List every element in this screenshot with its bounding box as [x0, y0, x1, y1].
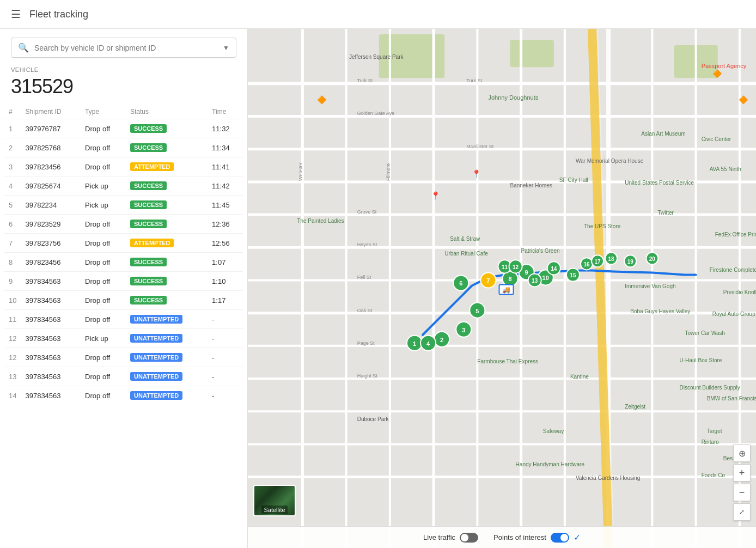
- map-pin-12: 12: [509, 260, 522, 273]
- svg-text:Farmhouse Thai Express: Farmhouse Thai Express: [477, 358, 538, 364]
- table-row[interactable]: 3 397823456 Drop off ATTEMPTED 11:41: [4, 157, 243, 176]
- zoom-in-button[interactable]: +: [733, 464, 751, 482]
- svg-text:8: 8: [508, 276, 511, 282]
- map-pin-3: 3: [456, 322, 471, 337]
- row-status: SUCCESS: [126, 196, 208, 215]
- svg-text:14: 14: [551, 266, 557, 272]
- svg-text:BMW of San Francisco: BMW of San Francisco: [707, 395, 756, 401]
- row-time: 11:45: [208, 196, 243, 215]
- row-type: Drop off: [81, 348, 126, 367]
- table-row[interactable]: 6 397823529 Drop off SUCCESS 12:36: [4, 215, 243, 234]
- svg-text:6: 6: [459, 280, 462, 287]
- location-icon[interactable]: ⊕: [733, 445, 751, 462]
- row-time: -: [208, 310, 243, 329]
- poi-label: Points of interest: [493, 533, 546, 541]
- svg-text:Safeway: Safeway: [543, 428, 564, 434]
- table-row[interactable]: 4 397825674 Pick up SUCCESS 11:42: [4, 176, 243, 196]
- row-type: Drop off: [81, 234, 126, 253]
- row-status: SUCCESS: [126, 176, 208, 196]
- satellite-thumbnail[interactable]: Satellite: [253, 485, 296, 516]
- svg-text:13: 13: [532, 278, 538, 284]
- svg-text:Presidio Knolls School: Presidio Knolls School: [723, 289, 756, 295]
- map-pin-15: 15: [566, 268, 580, 281]
- svg-text:🚚: 🚚: [502, 285, 511, 294]
- svg-text:12: 12: [513, 264, 519, 270]
- live-traffic-toggle[interactable]: [460, 533, 478, 543]
- svg-text:Oak St: Oak St: [357, 308, 373, 313]
- row-shipment-id: 397823529: [21, 215, 81, 234]
- app-header: ☰ Fleet tracking: [0, 0, 756, 29]
- row-type: Drop off: [81, 119, 126, 138]
- svg-text:Patricia's Green: Patricia's Green: [521, 248, 560, 254]
- shipment-table-wrapper: # Shipment ID Type Status Time 1 3979767…: [0, 105, 247, 405]
- row-num: 5: [4, 196, 21, 215]
- svg-text:AVA 55 Ninth: AVA 55 Ninth: [710, 166, 741, 172]
- row-num: 10: [4, 291, 21, 310]
- search-box[interactable]: 🔍 ▼: [11, 38, 236, 58]
- svg-text:United States Postal Service: United States Postal Service: [625, 180, 694, 186]
- svg-text:FedEx Office Print: FedEx Office Print: [715, 232, 756, 238]
- table-row[interactable]: 5 39782234 Pick up SUCCESS 11:45: [4, 196, 243, 215]
- map-pin-7: 7: [480, 272, 496, 288]
- row-time: 1:07: [208, 253, 243, 272]
- row-type: Pick up: [81, 329, 126, 348]
- map-pin-18: 18: [605, 252, 617, 264]
- row-status: UNATTEMPTED: [126, 367, 208, 386]
- svg-text:Foods Co: Foods Co: [702, 472, 725, 478]
- map-pin-20: 20: [646, 252, 658, 264]
- map-area: 1 2 3 4 5 6 7: [248, 29, 756, 548]
- row-status: ATTEMPTED: [126, 157, 208, 176]
- expand-icon[interactable]: ⤢: [733, 503, 751, 521]
- row-num: 1: [4, 119, 21, 138]
- table-row[interactable]: 8 397823456 Drop off SUCCESS 1:07: [4, 253, 243, 272]
- main-layout: 🔍 ▼ VEHICLE 315529 # Shipment ID Type St…: [0, 29, 756, 548]
- menu-icon[interactable]: ☰: [11, 8, 21, 21]
- row-time: -: [208, 386, 243, 405]
- table-row[interactable]: 10 397834563 Drop off SUCCESS 1:17: [4, 291, 243, 310]
- svg-text:7: 7: [486, 277, 490, 284]
- table-row[interactable]: 12 397834563 Drop off UNATTEMPTED -: [4, 348, 243, 367]
- row-type: Drop off: [81, 291, 126, 310]
- row-type: Drop off: [81, 138, 126, 157]
- svg-text:2: 2: [440, 337, 443, 343]
- svg-text:Hayes St: Hayes St: [357, 242, 377, 247]
- svg-text:15: 15: [570, 272, 576, 278]
- row-num: 8: [4, 253, 21, 272]
- table-row[interactable]: 2 397825768 Drop off SUCCESS 11:34: [4, 138, 243, 157]
- table-row[interactable]: 11 397834563 Drop off UNATTEMPTED -: [4, 310, 243, 329]
- dropdown-arrow-icon[interactable]: ▼: [223, 44, 229, 52]
- svg-text:Webster: Webster: [298, 162, 303, 180]
- search-input[interactable]: [34, 44, 223, 52]
- zoom-out-button[interactable]: −: [733, 484, 751, 501]
- svg-text:Urban Ritual Cafe: Urban Ritual Cafe: [444, 251, 488, 257]
- poi-check-icon: ✓: [574, 532, 581, 543]
- row-type: Drop off: [81, 367, 126, 386]
- svg-text:Tower Car Wash: Tower Car Wash: [685, 330, 725, 336]
- satellite-label: Satellite: [261, 506, 287, 514]
- search-icon: 🔍: [18, 42, 29, 53]
- row-num: 2: [4, 138, 21, 157]
- svg-text:Salt & Straw: Salt & Straw: [450, 236, 480, 242]
- svg-text:20: 20: [649, 256, 656, 262]
- svg-text:Grove St: Grove St: [357, 209, 377, 215]
- row-type: Drop off: [81, 386, 126, 405]
- table-row[interactable]: 9 397834563 Drop off SUCCESS 1:10: [4, 272, 243, 291]
- svg-text:Turk St: Turk St: [357, 78, 373, 83]
- map-pin-19: 19: [624, 255, 636, 267]
- table-row[interactable]: 7 397823756 Drop off ATTEMPTED 12:56: [4, 234, 243, 253]
- col-status: Status: [126, 105, 208, 119]
- table-row[interactable]: 1 397976787 Drop off SUCCESS 11:32: [4, 119, 243, 138]
- svg-text:Discount Builders Supply: Discount Builders Supply: [680, 385, 740, 391]
- poi-toggle[interactable]: [551, 533, 569, 543]
- svg-text:11: 11: [502, 264, 508, 270]
- table-row[interactable]: 13 397834563 Drop off UNATTEMPTED -: [4, 367, 243, 386]
- table-row[interactable]: 12 397834563 Pick up UNATTEMPTED -: [4, 329, 243, 348]
- row-shipment-id: 397823756: [21, 234, 81, 253]
- row-time: -: [208, 329, 243, 348]
- table-row[interactable]: 14 397834563 Drop off UNATTEMPTED -: [4, 386, 243, 405]
- row-status: SUCCESS: [126, 291, 208, 310]
- svg-text:1: 1: [413, 340, 416, 347]
- map-bottom-bar: Live traffic Points of interest ✓: [248, 526, 756, 548]
- row-num: 9: [4, 272, 21, 291]
- search-area: 🔍 ▼: [0, 29, 247, 66]
